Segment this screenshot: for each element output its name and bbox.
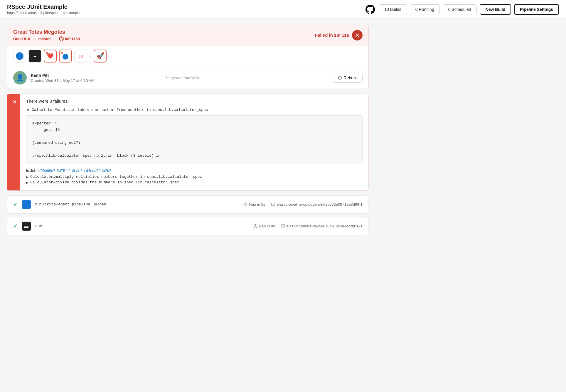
- job-timing-1: Ran in 8s: [253, 224, 275, 228]
- failed-text: Failed in 1m 11s: [315, 33, 349, 38]
- job-icon-1: ▬: [22, 222, 31, 231]
- step-icon-5[interactable]: 🚀: [94, 50, 107, 62]
- job-ran-0: Ran in 6s: [249, 202, 265, 207]
- step-icon-0[interactable]: [13, 50, 26, 62]
- svg-rect-3: [271, 203, 275, 205]
- job-link-row: in Job #f59b96d7-5d75-42a6-ab9b-d4cea59d…: [26, 168, 363, 173]
- collapsed-text-1: Calculator#divide divides the numbers in…: [30, 180, 179, 185]
- failure-item-collapsed-1: ▶ Calculator#divide divides the numbers …: [26, 180, 363, 185]
- step-icon-2[interactable]: ✕ ❤️: [44, 50, 57, 62]
- meta-sep-2: |: [54, 37, 55, 41]
- triggered-text: Triggered from Web: [165, 76, 199, 80]
- header-title-block: RSpec JUnit Example https://github.com/k…: [7, 4, 359, 15]
- rebuild-icon: [338, 76, 342, 80]
- svg-rect-7: [281, 224, 285, 227]
- job-icon-0: [22, 200, 31, 209]
- collapsed-text-0: Calculator#multiply multiplies numbers t…: [30, 175, 202, 179]
- job-link-prefix: in Job: [26, 168, 37, 173]
- build-meta: Build #10 | master | b821168: [13, 36, 80, 41]
- job-link[interactable]: #f59b96d7-5d75-42a6-ab9b-d4cea59db2b2: [37, 168, 111, 173]
- agent-icon-1: [281, 224, 285, 228]
- code-line-4: (compared using eql?): [32, 140, 356, 146]
- job-status-0: ✓: [13, 201, 18, 208]
- build-created-date: Created Wed 31st May 17 at 6:10 AM: [31, 78, 156, 83]
- build-card: Great Totes Mcgotes Build #10 | master |…: [7, 25, 369, 89]
- agent-icon-0: [271, 202, 275, 207]
- rebuild-button[interactable]: Rebuild: [333, 73, 363, 83]
- failure-panel-content: There were 3 failures: ▼ Calculator#subt…: [20, 94, 368, 190]
- job-agent-1: elastic-runners-new-i-018d91203ed4bdd76-…: [281, 224, 363, 228]
- failure-item-expanded: ▼ Calculator#subtract takes one number f…: [26, 108, 363, 112]
- failure-item-text: Calculator#subtract takes one number fro…: [32, 108, 208, 112]
- builds-button[interactable]: 10 Builds: [379, 4, 407, 14]
- build-footer-info: Keith Pitt Created Wed 31st May 17 at 6:…: [31, 73, 156, 83]
- page-header: RSpec JUnit Example https://github.com/k…: [0, 0, 566, 19]
- failure-x-icon: ✕: [13, 99, 16, 105]
- collapsed-triangle-1[interactable]: ▶: [26, 181, 28, 185]
- main-content: Great Totes Mcgotes Build #10 | master |…: [0, 19, 376, 245]
- collapsed-triangle-0[interactable]: ▶: [26, 175, 28, 179]
- code-line-5: [32, 146, 356, 153]
- job-agent-0: elastic-pipeline-uploaders-i-020c32a0871…: [271, 202, 363, 207]
- meta-sep-1: |: [34, 37, 35, 41]
- job-name-1: env: [35, 224, 249, 228]
- scheduled-button[interactable]: 0 Scheduled: [443, 4, 477, 14]
- steps-row: ▬ ✕ ❤️ ✕ JU › 🚀: [7, 45, 368, 67]
- job-agent-name-0: elastic-pipeline-uploaders-i-020c32a0871…: [277, 202, 363, 207]
- failure-panel: ✕ There were 3 failures: ▼ Calculator#su…: [7, 94, 369, 191]
- step-arrow: ›: [90, 53, 91, 59]
- avatar: 👤: [13, 71, 27, 85]
- failure-count: There were 3 failures:: [26, 99, 363, 104]
- page-subtitle: https://github.com/keithpitt/rspec-junit…: [7, 11, 359, 15]
- build-card-header: Great Totes Mcgotes Build #10 | master |…: [7, 25, 368, 45]
- failure-panel-sidebar: ✕: [9, 94, 20, 190]
- code-line-1: expected: 5: [32, 120, 356, 127]
- failure-code-block: expected: 5 got: 15 (compared using eql?…: [26, 115, 363, 164]
- build-number: Build #10: [13, 37, 30, 41]
- expand-triangle-icon[interactable]: ▼: [26, 108, 30, 112]
- build-title: Great Totes Mcgotes: [13, 29, 80, 35]
- build-branch: master: [38, 37, 51, 41]
- job-timing-0: Ran in 6s: [243, 202, 265, 207]
- code-line-2: got: 15: [32, 127, 356, 133]
- step-icon-1[interactable]: ▬: [28, 50, 41, 62]
- header-actions: 10 Builds 0 Running 0 Scheduled New Buil…: [365, 4, 559, 15]
- clock-icon-1: [253, 224, 257, 228]
- failed-badge: Failed in 1m 11s: [315, 30, 363, 40]
- job-meta-1: Ran in 8s elastic-runners-new-i-018d9120…: [253, 224, 363, 228]
- job-meta-0: Ran in 6s elastic-pipeline-uploaders-i-0…: [243, 202, 363, 207]
- rebuild-label: Rebuild: [344, 75, 358, 80]
- commit-github-icon: [59, 36, 64, 41]
- failure-item-collapsed-0: ▶ Calculator#multiply multiplies numbers…: [26, 175, 363, 179]
- pipeline-settings-button[interactable]: Pipeline Settings: [514, 4, 559, 15]
- new-build-button[interactable]: New Build: [480, 4, 511, 15]
- github-icon[interactable]: [365, 4, 376, 15]
- step-icon-3[interactable]: ✕: [59, 50, 72, 62]
- commit-hash: b821168: [65, 37, 80, 41]
- close-button[interactable]: [352, 30, 363, 40]
- build-footer: 👤 Keith Pitt Created Wed 31st May 17 at …: [7, 67, 368, 89]
- build-header-left: Great Totes Mcgotes Build #10 | master |…: [13, 29, 80, 41]
- build-user-name: Keith Pitt: [31, 73, 156, 78]
- job-status-1: ✓: [13, 223, 18, 229]
- job-agent-name-1: elastic-runners-new-i-018d91203ed4bdd76-…: [287, 224, 363, 228]
- close-icon: [355, 33, 360, 38]
- clock-icon-0: [243, 202, 247, 207]
- code-line-6: ./spec/lib/calculator_spec.rb:15:in `blo…: [32, 153, 356, 159]
- running-button[interactable]: 0 Running: [410, 4, 440, 14]
- job-row-1[interactable]: ✓ ▬ env Ran in 8s elastic-runners-new-i-…: [7, 217, 369, 235]
- build-commit: b821168: [59, 36, 80, 41]
- job-name-0: buildkite-agent pipeline upload: [35, 202, 239, 207]
- page-title: RSpec JUnit Example: [7, 4, 359, 10]
- step-icon-4[interactable]: JU: [74, 50, 87, 62]
- code-line-3: [32, 133, 356, 140]
- job-ran-1: Ran in 8s: [259, 224, 275, 228]
- job-row-0[interactable]: ✓ buildkite-agent pipeline upload Ran in…: [7, 195, 369, 214]
